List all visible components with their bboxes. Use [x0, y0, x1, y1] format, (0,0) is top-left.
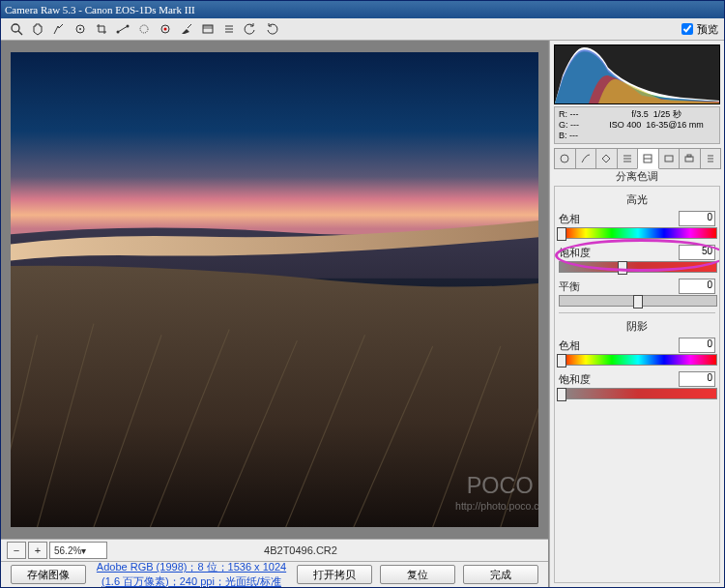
highlights-sat-label: 饱和度 [559, 246, 591, 260]
zoom-tool-icon[interactable] [7, 19, 26, 39]
meta-iso: ISO 400 [609, 120, 641, 130]
svg-line-4 [118, 26, 128, 32]
shadows-hue-label: 色相 [559, 338, 580, 353]
rotate-ccw-icon[interactable] [241, 19, 260, 39]
highlights-hue-slider[interactable] [559, 227, 717, 239]
meta-r: R: --- [559, 109, 597, 120]
white-balance-tool-icon[interactable] [49, 19, 69, 39]
image-preview-area[interactable]: POCO http://photo.poco.cn [1, 41, 548, 539]
shadows-hue-slider[interactable] [559, 354, 717, 366]
tab-split-toning[interactable] [637, 148, 659, 169]
zoom-value[interactable]: 56.2% ▾ [49, 542, 107, 559]
open-preferences-icon[interactable] [219, 19, 239, 39]
svg-rect-34 [665, 156, 673, 162]
zoom-out-button[interactable]: − [7, 542, 26, 559]
histogram [554, 44, 720, 104]
preview-label: 预览 [697, 22, 718, 37]
svg-point-6 [127, 25, 130, 28]
balance-value[interactable]: 0 [679, 279, 715, 294]
highlights-hue-row: 色相 0 [559, 211, 715, 239]
highlights-sat-row: 饱和度 50 [559, 245, 715, 273]
tab-curve[interactable] [575, 148, 597, 169]
photo: POCO http://photo.poco.cn [11, 52, 538, 527]
tab-hsl[interactable] [617, 148, 639, 169]
meta-shutter: 1/25 秒 [653, 109, 682, 119]
tab-presets[interactable] [700, 148, 722, 169]
meta-g: G: --- [559, 120, 597, 131]
redeye-tool-icon[interactable] [156, 19, 175, 39]
svg-point-0 [12, 24, 19, 32]
highlights-hue-value[interactable]: 0 [679, 211, 715, 226]
balance-row: 平衡 0 [559, 279, 715, 307]
workflow-options-link[interactable]: Adobe RGB (1998)；8 位；1536 x 1024 (1.6 百万… [97, 561, 286, 587]
svg-rect-12 [203, 25, 213, 29]
svg-rect-36 [687, 155, 691, 157]
meta-lens: 16-35@16 mm [646, 120, 704, 130]
preview-checkbox[interactable]: 预览 [682, 22, 718, 37]
tab-lens[interactable] [658, 148, 681, 169]
crop-tool-icon[interactable] [92, 19, 111, 39]
panel-tabstrip [554, 148, 720, 167]
adjustment-brush-tool-icon[interactable] [177, 19, 196, 39]
tab-basic[interactable] [554, 148, 576, 169]
svg-point-7 [140, 25, 148, 33]
color-sampler-tool-icon[interactable] [71, 19, 90, 39]
meta-b: B: --- [559, 131, 597, 141]
spot-removal-tool-icon[interactable] [134, 19, 154, 39]
filename-label: 4B2T0496.CR2 [107, 544, 494, 556]
graduated-filter-tool-icon[interactable] [198, 19, 218, 39]
highlights-hue-label: 色相 [559, 212, 580, 226]
svg-point-28 [561, 155, 568, 162]
toolbar: 预览 [1, 18, 724, 41]
meta-aperture: f/3.5 [631, 109, 649, 119]
highlights-title: 高光 [559, 192, 715, 207]
highlights-sat-value[interactable]: 50 [679, 245, 715, 260]
hand-tool-icon[interactable] [28, 19, 47, 39]
reset-button[interactable]: 复位 [380, 565, 455, 584]
tab-camera-cal[interactable] [679, 148, 701, 169]
shadows-title: 阴影 [559, 319, 715, 334]
zoom-in-button[interactable]: + [28, 542, 47, 559]
shadows-sat-label: 饱和度 [559, 372, 591, 387]
svg-line-1 [18, 31, 22, 35]
done-button[interactable]: 完成 [463, 565, 538, 584]
svg-text:POCO: POCO [467, 473, 534, 498]
svg-point-9 [164, 28, 167, 31]
straighten-tool-icon[interactable] [113, 19, 132, 39]
shadows-sat-row: 饱和度 0 [559, 371, 715, 399]
panel-title: 分离色调 [550, 169, 724, 184]
save-image-button[interactable]: 存储图像 [11, 565, 86, 584]
split-toning-panel: 高光 色相 0 饱和度 50 [554, 186, 720, 583]
balance-slider[interactable] [559, 295, 717, 307]
rotate-cw-icon[interactable] [262, 19, 281, 39]
shadows-hue-value[interactable]: 0 [679, 338, 715, 353]
metadata-panel: R: --- G: --- B: --- f/3.5 1/25 秒 ISO 40… [554, 106, 720, 144]
svg-point-3 [79, 28, 81, 30]
svg-text:http://photo.poco.cn: http://photo.poco.cn [455, 500, 538, 512]
tab-detail[interactable] [595, 148, 618, 169]
svg-line-10 [188, 24, 191, 28]
svg-rect-35 [685, 157, 693, 162]
window-titlebar: Camera Raw 5.3 - Canon EOS-1Ds Mark III [1, 1, 724, 18]
shadows-sat-slider[interactable] [559, 388, 717, 399]
svg-point-5 [117, 31, 120, 34]
highlights-sat-slider[interactable] [559, 261, 717, 273]
shadows-sat-value[interactable]: 0 [679, 371, 715, 387]
window-title: Camera Raw 5.3 - Canon EOS-1Ds Mark III [5, 4, 195, 15]
shadows-hue-row: 色相 0 [559, 338, 715, 366]
open-copy-button[interactable]: 打开拷贝 [297, 565, 372, 584]
balance-label: 平衡 [559, 279, 580, 294]
